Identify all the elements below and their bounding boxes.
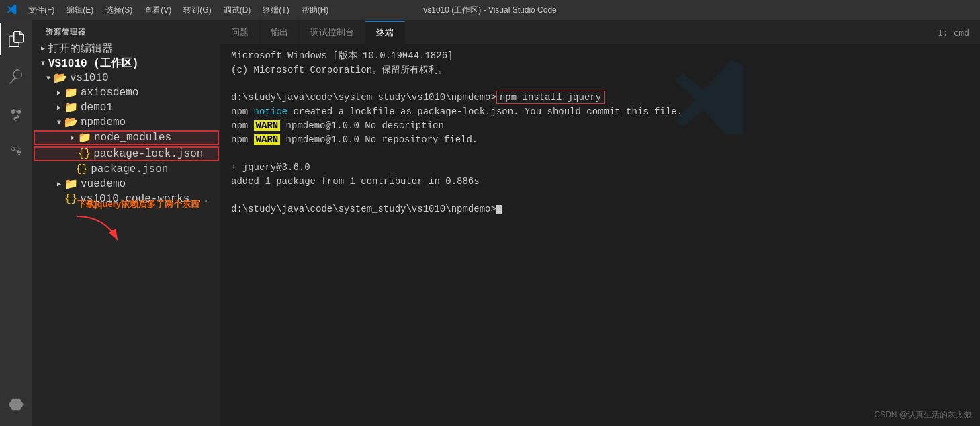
tab-problems[interactable]: 问题	[220, 21, 260, 44]
remote-icon[interactable]	[0, 388, 32, 421]
menu-file[interactable]: 文件(F)	[23, 3, 60, 17]
terminal-instance-label: 1: cmd	[927, 28, 980, 38]
folder-open-icon: 📂	[64, 116, 78, 129]
term-line-warn1: npm WARN npmdemo@1.0.0 No description	[231, 119, 969, 133]
vscode-icon	[7, 3, 17, 17]
folder-label-node-modules: node_modules	[94, 132, 218, 144]
tree-item-vuedemo[interactable]: ▶ 📁 vuedemo	[32, 177, 220, 191]
tree-item-vs1010-codeworks[interactable]: ▶ {} vs1010.code-works...	[32, 191, 220, 206]
vscode-watermark	[671, 54, 752, 134]
tree-item-demo1[interactable]: ▶ 📁 demo1	[32, 100, 220, 115]
open-editors-section[interactable]: ▶ 打开的编辑器	[32, 41, 220, 56]
folder-label-npmdemo: npmdemo	[81, 116, 220, 128]
terminal-content[interactable]: Microsoft Windows [版本 10.0.19044.1826] (…	[220, 44, 980, 426]
folder-label-vuedemo: vuedemo	[81, 178, 220, 190]
chevron-right-icon: ▶	[54, 89, 64, 97]
term-line-prompt: d:\study\java\code\system_study\vs1010\n…	[231, 202, 969, 216]
main-layout: 资源管理器 ▶ 打开的编辑器 ▼ VS1010 (工作区) ▼ 📂 vs1010…	[0, 20, 980, 426]
window-title: vs1010 (工作区) - Visual Studio Code	[423, 5, 557, 16]
sidebar-title: 资源管理器	[32, 20, 220, 41]
tab-debug-console[interactable]: 调试控制台	[300, 21, 365, 44]
folder-icon: 📁	[64, 177, 78, 191]
term-line-2: (c) Microsoft Corporation。保留所有权利。	[231, 63, 969, 77]
activity-bar	[0, 20, 32, 426]
term-line-1: Microsoft Windows [版本 10.0.19044.1826]	[231, 49, 969, 63]
tree-item-package-lock[interactable]: ▶ {} package-lock.json	[34, 146, 219, 161]
folder-icon: 📁	[64, 101, 78, 114]
panel-tabs: 问题 输出 调试控制台 终端 1: cmd	[220, 20, 980, 44]
chevron-right-icon: ▶	[54, 103, 64, 112]
search-icon[interactable]	[0, 60, 32, 93]
chevron-down-icon: ▼	[43, 75, 54, 82]
term-line-empty3	[231, 189, 969, 202]
tab-terminal[interactable]: 终端	[365, 21, 405, 44]
title-bar: 文件(F) 编辑(E) 选择(S) 查看(V) 转到(G) 调试(D) 终端(T…	[0, 0, 980, 20]
tab-output[interactable]: 输出	[260, 21, 300, 44]
menu-terminal[interactable]: 终端(T)	[257, 3, 294, 17]
folder-open-icon: 📂	[54, 71, 67, 85]
folder-label-vs1010: vs1010	[70, 72, 220, 84]
folder-icon: 📁	[64, 86, 78, 99]
menu-goto[interactable]: 转到(G)	[178, 3, 216, 17]
folder-label-demo1: demo1	[81, 101, 220, 114]
open-editors-label: 打开的编辑器	[48, 42, 220, 56]
menu-debug[interactable]: 调试(D)	[218, 3, 257, 17]
term-line-jquery: + jquery@3.6.0	[231, 161, 969, 175]
menu-help[interactable]: 帮助(H)	[296, 3, 335, 17]
json-icon: {}	[64, 193, 77, 205]
json-icon: {}	[75, 163, 88, 175]
term-line-command: d:\study\java\code\system_study\vs1010\n…	[231, 91, 969, 105]
sidebar: 资源管理器 ▶ 打开的编辑器 ▼ VS1010 (工作区) ▼ 📂 vs1010…	[32, 20, 220, 426]
term-line-warn2: npm WARN npmdemo@1.0.0 No repository fie…	[231, 133, 969, 147]
menu-select[interactable]: 选择(S)	[100, 3, 138, 17]
source-control-icon[interactable]	[0, 98, 32, 130]
chevron-right-icon: ▶	[67, 134, 78, 142]
menu-edit[interactable]: 编辑(E)	[61, 3, 99, 17]
tree-item-axiosdemo[interactable]: ▶ 📁 axiosdemo	[32, 85, 220, 100]
tree-item-vs1010[interactable]: ▼ 📂 vs1010	[32, 71, 220, 85]
tree-item-package-json[interactable]: ▶ {} package.json	[32, 162, 220, 177]
file-label-package-lock: package-lock.json	[93, 148, 218, 160]
term-line-notice: npm notice created a lockfile as package…	[231, 105, 969, 119]
workspace-section[interactable]: ▼ VS1010 (工作区)	[32, 56, 220, 71]
tree-item-node-modules[interactable]: ▶ 📁 node_modules	[34, 130, 219, 145]
folder-icon: 📁	[78, 131, 91, 144]
file-label-vs1010-codeworks: vs1010.code-works...	[80, 193, 220, 205]
chevron-down-icon: ▼	[38, 60, 48, 67]
chevron-down-icon: ▼	[54, 119, 64, 126]
tree-item-npmdemo[interactable]: ▼ 📂 npmdemo	[32, 115, 220, 130]
chevron-right-icon: ▶	[54, 180, 64, 188]
chevron-right-icon: ▶	[38, 44, 48, 52]
editor-area: 问题 输出 调试控制台 终端 1: cmd Microsoft Windows …	[220, 20, 980, 426]
json-icon: {}	[78, 148, 91, 160]
extensions-icon[interactable]	[0, 136, 32, 168]
file-label-package-json: package.json	[91, 163, 220, 175]
workspace-label: VS1010 (工作区)	[48, 56, 220, 71]
explorer-icon[interactable]	[0, 23, 32, 55]
folder-label-axiosdemo: axiosdemo	[81, 87, 220, 99]
term-line-added: added 1 package from 1 contributor in 0.…	[231, 175, 969, 189]
term-line-empty2	[231, 147, 969, 161]
menu-view[interactable]: 查看(V)	[139, 3, 177, 17]
term-line-empty1	[231, 77, 969, 91]
